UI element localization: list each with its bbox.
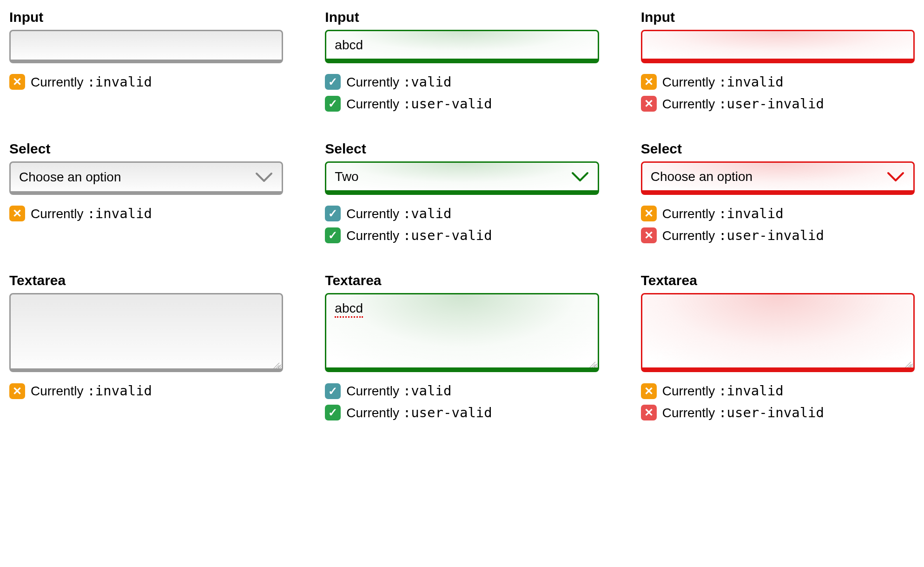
status-list: ✕ Currently :invalid ✕ Currently :user-i… bbox=[641, 379, 915, 422]
status-line: ✓ Currently :valid bbox=[325, 73, 599, 92]
teal_check-icon: ✓ bbox=[325, 74, 341, 90]
orange_x-icon: ✕ bbox=[9, 383, 25, 399]
status-text: Currently :valid bbox=[346, 381, 451, 400]
status-line: ✓ Currently :user-valid bbox=[325, 94, 599, 113]
status-prefix: Currently bbox=[346, 384, 403, 398]
textarea-cell-valid: Textarea abcd ✓ Currently :valid ✓ Curre… bbox=[325, 273, 599, 422]
teal_check-icon: ✓ bbox=[325, 206, 341, 221]
orange_x-icon: ✕ bbox=[641, 206, 657, 221]
status-prefix: Currently bbox=[662, 207, 719, 221]
status-line: ✓ Currently :valid bbox=[325, 381, 599, 400]
status-text: Currently :invalid bbox=[662, 204, 784, 223]
status-prefix: Currently bbox=[662, 384, 719, 398]
input-label: Input bbox=[9, 9, 283, 25]
status-line: ✓ Currently :user-valid bbox=[325, 403, 599, 422]
textarea-input[interactable]: abcd bbox=[325, 293, 599, 372]
textarea-input[interactable] bbox=[9, 293, 283, 372]
status-list: ✕ Currently :invalid bbox=[9, 379, 283, 400]
demo-grid: Input ✕ Currently :invalid Input abcd bbox=[9, 9, 915, 422]
input-cell-valid: Input abcd ✓ Currently :valid ✓ Currentl… bbox=[325, 9, 599, 113]
select-label: Select bbox=[641, 141, 915, 157]
input-value: abcd bbox=[335, 38, 363, 53]
status-prefix: Currently bbox=[346, 406, 403, 420]
status-prefix: Currently bbox=[31, 207, 87, 221]
select-dropdown[interactable]: Choose an option bbox=[641, 161, 915, 195]
status-prefix: Currently bbox=[662, 97, 719, 111]
textarea-cell-invalid: Textarea ✕ Currently :invalid ✕ Currentl… bbox=[641, 273, 915, 422]
textarea-label: Textarea bbox=[325, 273, 599, 288]
select-dropdown[interactable]: Choose an option bbox=[9, 161, 283, 195]
status-prefix: Currently bbox=[346, 228, 403, 243]
status-list: ✕ Currently :invalid ✕ Currently :user-i… bbox=[641, 201, 915, 245]
red_x-icon: ✕ bbox=[641, 96, 657, 112]
status-pseudo: :user-valid bbox=[403, 405, 492, 420]
input-cell-neutral: Input ✕ Currently :invalid bbox=[9, 9, 283, 113]
status-list: ✕ Currently :invalid ✕ Currently :user-i… bbox=[641, 70, 915, 113]
status-pseudo: :valid bbox=[403, 74, 452, 90]
status-line: ✕ Currently :invalid bbox=[9, 73, 283, 92]
status-prefix: Currently bbox=[662, 406, 719, 420]
status-line: ✕ Currently :user-invalid bbox=[641, 226, 915, 245]
status-list: ✕ Currently :invalid bbox=[9, 70, 283, 92]
status-text: Currently :user-invalid bbox=[662, 226, 824, 245]
text-input[interactable] bbox=[9, 30, 283, 63]
textarea-input[interactable] bbox=[641, 293, 915, 372]
orange_x-icon: ✕ bbox=[9, 74, 25, 90]
status-text: Currently :valid bbox=[346, 204, 451, 223]
status-line: ✓ Currently :user-valid bbox=[325, 226, 599, 245]
status-text: Currently :invalid bbox=[31, 73, 152, 92]
textarea-label: Textarea bbox=[9, 273, 283, 288]
status-text: Currently :user-valid bbox=[346, 403, 492, 422]
select-value: Choose an option bbox=[651, 169, 753, 184]
status-line: ✕ Currently :user-invalid bbox=[641, 403, 915, 422]
status-text: Currently :user-invalid bbox=[662, 403, 824, 422]
status-line: ✕ Currently :invalid bbox=[641, 381, 915, 400]
status-pseudo: :invalid bbox=[87, 74, 152, 90]
status-text: Currently :invalid bbox=[31, 204, 152, 223]
status-pseudo: :user-valid bbox=[403, 227, 492, 243]
chevron-down-icon bbox=[255, 172, 273, 183]
status-line: ✕ Currently :invalid bbox=[9, 204, 283, 223]
status-text: Currently :user-valid bbox=[346, 226, 492, 245]
status-pseudo: :user-invalid bbox=[719, 405, 824, 420]
status-pseudo: :invalid bbox=[719, 383, 784, 399]
status-pseudo: :invalid bbox=[87, 383, 152, 399]
status-pseudo: :user-valid bbox=[403, 96, 492, 112]
status-list: ✕ Currently :invalid bbox=[9, 201, 283, 223]
red_x-icon: ✕ bbox=[641, 405, 657, 420]
status-prefix: Currently bbox=[31, 75, 87, 89]
teal_check-icon: ✓ bbox=[325, 383, 341, 399]
select-cell-neutral: Select Choose an option ✕ Currently :inv… bbox=[9, 141, 283, 245]
status-prefix: Currently bbox=[662, 75, 719, 89]
textarea-label: Textarea bbox=[641, 273, 915, 288]
textarea-cell-neutral: Textarea ✕ Currently :invalid bbox=[9, 273, 283, 422]
status-pseudo: :user-invalid bbox=[719, 227, 824, 243]
select-label: Select bbox=[9, 141, 283, 157]
select-label: Select bbox=[325, 141, 599, 157]
status-line: ✕ Currently :invalid bbox=[641, 204, 915, 223]
select-value: Two bbox=[335, 169, 358, 184]
chevron-down-icon bbox=[571, 171, 589, 182]
text-input[interactable]: abcd bbox=[325, 30, 599, 63]
status-list: ✓ Currently :valid ✓ Currently :user-val… bbox=[325, 70, 599, 113]
status-pseudo: :invalid bbox=[87, 206, 152, 221]
status-prefix: Currently bbox=[346, 97, 403, 111]
status-prefix: Currently bbox=[346, 207, 403, 221]
status-text: Currently :invalid bbox=[662, 381, 784, 400]
status-pseudo: :invalid bbox=[719, 74, 784, 90]
text-input[interactable] bbox=[641, 30, 915, 63]
green_check-icon: ✓ bbox=[325, 96, 341, 112]
resize-grip-icon bbox=[587, 357, 596, 366]
select-dropdown[interactable]: Two bbox=[325, 161, 599, 195]
red_x-icon: ✕ bbox=[641, 227, 657, 243]
green_check-icon: ✓ bbox=[325, 405, 341, 420]
status-pseudo: :valid bbox=[403, 206, 452, 221]
status-pseudo: :invalid bbox=[719, 206, 784, 221]
input-label: Input bbox=[325, 9, 599, 25]
select-cell-valid: Select Two ✓ Currently :valid ✓ Currentl… bbox=[325, 141, 599, 245]
status-prefix: Currently bbox=[662, 228, 719, 243]
textarea-value: abcd bbox=[335, 301, 363, 318]
status-text: Currently :user-valid bbox=[346, 94, 492, 113]
resize-grip-icon bbox=[903, 357, 911, 366]
status-line: ✓ Currently :valid bbox=[325, 204, 599, 223]
